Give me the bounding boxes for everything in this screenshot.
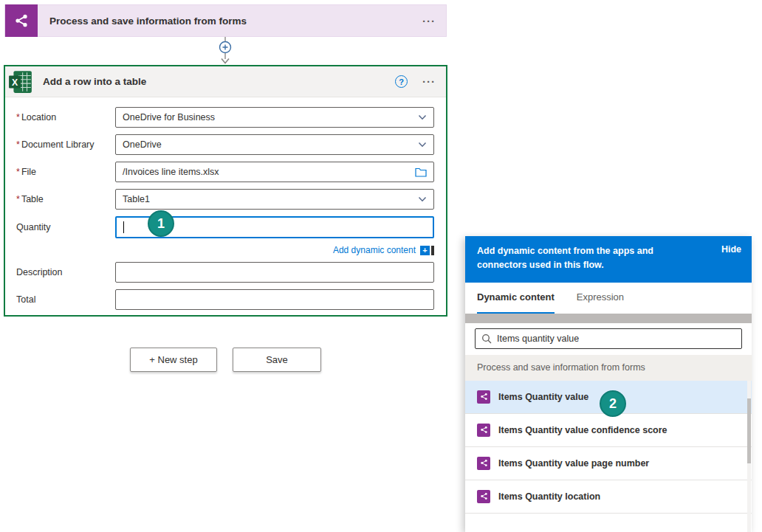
field-label: *Location — [16, 112, 115, 122]
description-input[interactable] — [115, 262, 434, 283]
power-automate-flow-editor: Process and save information from forms … — [0, 0, 762, 532]
field-row-document-library: *Document Library OneDrive — [16, 134, 434, 155]
more-actions-icon[interactable]: ··· — [422, 15, 436, 27]
location-dropdown[interactable]: OneDrive for Business — [115, 107, 434, 128]
insert-step-button — [220, 42, 231, 53]
svg-text:X: X — [12, 77, 18, 87]
save-button[interactable]: Save — [233, 348, 321, 372]
flyout-header: Add dynamic content from the apps and co… — [465, 236, 752, 283]
ai-builder-icon — [477, 424, 490, 437]
field-label: Quantity — [16, 222, 115, 232]
action-card-ai-builder[interactable]: Process and save information from forms … — [4, 4, 447, 37]
flow-connector — [218, 37, 233, 64]
flyout-divider-band — [465, 314, 752, 323]
ai-builder-icon — [5, 4, 38, 37]
flyout-header-text: Add dynamic content from the apps and co… — [477, 244, 687, 273]
list-item-items-quantity-location[interactable]: Items Quantity location — [465, 480, 752, 514]
field-label: *File — [16, 167, 115, 177]
folder-icon — [415, 167, 427, 177]
field-value: Table1 — [123, 194, 150, 204]
field-row-quantity: Quantity — [16, 216, 434, 238]
excel-card-title: Add a row into a table — [43, 76, 146, 87]
list-item-label: Items Quantity value — [498, 392, 588, 402]
hide-button[interactable]: Hide — [721, 244, 741, 255]
add-dynamic-content-icon[interactable]: + — [420, 246, 430, 255]
annotation-step-1-badge: 1 — [148, 210, 174, 237]
action-card-excel: X Add a row into a table ? ··· *Location… — [4, 65, 447, 317]
list-item-items-quantity-confidence[interactable]: Items Quantity value confidence score — [465, 414, 752, 447]
text-cursor — [123, 221, 124, 233]
required-asterisk: * — [16, 194, 20, 204]
field-label-text: Description — [16, 267, 63, 277]
required-asterisk: * — [16, 139, 20, 150]
field-label-text: Location — [21, 112, 56, 122]
required-asterisk: * — [16, 112, 20, 122]
chevron-down-icon — [418, 142, 427, 148]
field-value: OneDrive for Business — [123, 112, 215, 122]
excel-card-body: *Location OneDrive for Business *Documen… — [5, 97, 446, 310]
file-picker-input[interactable]: /Invoices line items.xlsx — [115, 162, 434, 182]
total-input[interactable] — [115, 289, 434, 310]
required-asterisk: * — [16, 167, 20, 177]
list-item-label: Items Quantity location — [498, 491, 600, 502]
field-row-table: *Table Table1 — [16, 189, 434, 210]
annotation-step-2-badge: 2 — [600, 390, 626, 417]
dynamic-content-search-input[interactable] — [497, 334, 735, 344]
chevron-down-icon — [418, 114, 427, 120]
flyout-tabs: Dynamic content Expression — [465, 283, 752, 314]
field-label-text: Document Library — [21, 139, 95, 150]
field-row-total: Total — [16, 289, 434, 310]
field-label: *Document Library — [16, 139, 115, 150]
tab-dynamic-content[interactable]: Dynamic content — [477, 283, 555, 314]
more-actions-icon[interactable]: ··· — [422, 75, 436, 88]
excel-card-header[interactable]: X Add a row into a table ? ··· — [5, 66, 446, 97]
search-area — [465, 323, 752, 355]
new-step-button[interactable]: + New step — [130, 348, 217, 372]
field-label: Total — [16, 294, 115, 305]
excel-icon: X — [7, 69, 34, 95]
chevron-down-icon — [418, 196, 427, 202]
dynamic-content-flyout: Add dynamic content from the apps and co… — [465, 236, 752, 532]
field-label-text: Quantity — [16, 222, 51, 232]
field-label-text: Total — [16, 294, 35, 305]
help-icon[interactable]: ? — [395, 75, 408, 88]
tab-expression[interactable]: Expression — [577, 283, 624, 314]
scrollbar-thumb[interactable] — [747, 398, 751, 463]
field-value: /Invoices line items.xlsx — [123, 167, 219, 177]
add-dynamic-content-icon-bar — [431, 246, 434, 255]
list-item-label: Items Quantity value confidence score — [498, 425, 667, 435]
search-box[interactable] — [475, 328, 742, 349]
table-dropdown[interactable]: Table1 — [115, 189, 434, 210]
action-card-title: Process and save information from forms — [49, 15, 247, 27]
add-dynamic-content-link[interactable]: Add dynamic content — [333, 245, 416, 255]
list-item-label: Items Quantity value page number — [498, 458, 649, 469]
connector-group-header: Process and save information from forms — [465, 355, 752, 381]
field-label-text: File — [21, 167, 36, 177]
field-label-text: Table — [21, 194, 44, 204]
field-label: Description — [16, 267, 115, 277]
field-label: *Table — [16, 194, 115, 204]
field-row-location: *Location OneDrive for Business — [16, 107, 434, 128]
document-library-dropdown[interactable]: OneDrive — [115, 134, 434, 155]
ai-builder-icon — [477, 490, 490, 503]
ai-builder-icon — [477, 457, 490, 470]
field-value: OneDrive — [123, 139, 162, 150]
add-dynamic-content-row: Add dynamic content + — [16, 243, 434, 257]
field-row-file: *File /Invoices line items.xlsx — [16, 162, 434, 182]
list-item-items-quantity-page-number[interactable]: Items Quantity value page number — [465, 447, 752, 480]
ai-builder-icon — [477, 390, 490, 404]
field-row-description: Description — [16, 262, 434, 283]
search-icon — [481, 334, 492, 344]
